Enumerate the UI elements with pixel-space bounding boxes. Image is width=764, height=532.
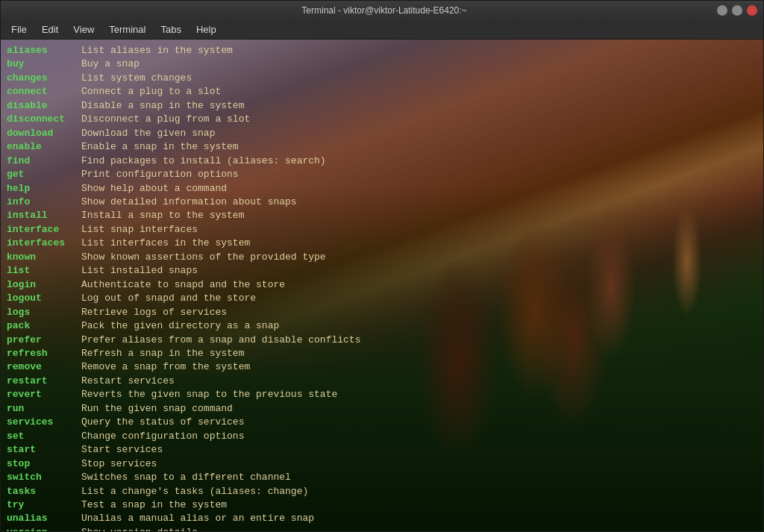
command-desc: Test a snap in the system	[81, 498, 227, 512]
terminal-command-row: runRun the given snap command	[7, 402, 757, 416]
command-desc: Print configuration options	[81, 168, 239, 181]
command-name: logout	[7, 292, 81, 305]
command-name: version	[7, 526, 81, 531]
command-desc: Show known assertions of the provided ty…	[81, 251, 326, 264]
command-desc: Enable a snap in the system	[81, 140, 239, 154]
command-desc: Restart services	[81, 375, 175, 388]
command-name: restart	[7, 375, 81, 388]
terminal-command-row: aliasesList aliases in the system	[7, 44, 757, 57]
command-name: list	[7, 264, 81, 278]
command-desc: Show version details	[81, 526, 198, 531]
command-desc: Authenticate to snapd and the store	[81, 278, 285, 292]
terminal-command-row: switchSwitches snap to a different chann…	[7, 471, 757, 484]
command-desc: List system changes	[81, 72, 192, 85]
command-desc: Prefer aliases from a snap and disable c…	[81, 334, 360, 347]
terminal-command-row: revertReverts the given snap to the prev…	[7, 388, 757, 401]
maximize-button[interactable]	[732, 5, 742, 16]
command-name: tasks	[7, 485, 81, 498]
terminal-command-row: enableEnable a snap in the system	[7, 140, 757, 154]
terminal-text-area: aliasesList aliases in the systembuyBuy …	[1, 40, 763, 531]
terminal-command-row: getPrint configuration options	[7, 168, 757, 181]
terminal-command-row: servicesQuery the status of services	[7, 416, 757, 429]
terminal-window: Terminal - viktor@viktor-Latitude-E6420:…	[0, 0, 764, 532]
command-name: download	[7, 127, 81, 140]
command-desc: Stop services	[81, 457, 157, 471]
menu-file[interactable]: File	[4, 22, 34, 37]
command-name: interface	[7, 223, 81, 237]
command-name: aliases	[7, 44, 81, 57]
terminal-command-row: preferPrefer aliases from a snap and dis…	[7, 334, 757, 347]
terminal-command-row: logoutLog out of snapd and the store	[7, 292, 757, 305]
terminal-command-row: disableDisable a snap in the system	[7, 99, 757, 113]
terminal-command-row: interfacesList interfaces in the system	[7, 237, 757, 250]
menu-help[interactable]: Help	[189, 22, 224, 37]
terminal-command-row: startStart services	[7, 443, 757, 457]
command-desc: Retrieve logs of services	[81, 306, 227, 319]
terminal-command-row: refreshRefresh a snap in the system	[7, 347, 757, 360]
command-name: pack	[7, 319, 81, 333]
terminal-command-row: downloadDownload the given snap	[7, 127, 757, 140]
command-name: revert	[7, 388, 81, 401]
terminal-command-row: changesList system changes	[7, 72, 757, 85]
command-desc: Remove a snap from the system	[81, 360, 250, 374]
command-name: install	[7, 209, 81, 222]
command-name: disable	[7, 99, 81, 113]
command-name: enable	[7, 140, 81, 154]
command-name: get	[7, 168, 81, 181]
command-name: logs	[7, 306, 81, 319]
close-button[interactable]	[747, 5, 757, 16]
command-desc: Disable a snap in the system	[81, 99, 244, 113]
command-name: try	[7, 498, 81, 512]
terminal-command-row: restartRestart services	[7, 375, 757, 388]
terminal-command-row: helpShow help about a command	[7, 182, 757, 195]
menu-edit[interactable]: Edit	[34, 22, 66, 37]
command-desc: Refresh a snap in the system	[81, 347, 244, 360]
command-desc: Query the status of services	[81, 416, 244, 429]
command-name: unalias	[7, 512, 81, 525]
command-desc: Connect a plug to a slot	[81, 85, 221, 98]
menu-terminal[interactable]: Terminal	[101, 22, 153, 37]
terminal-command-row: disconnectDisconnect a plug from a slot	[7, 113, 757, 126]
command-name: start	[7, 443, 81, 457]
command-desc: Run the given snap command	[81, 402, 233, 416]
command-desc: Show detailed information about snaps	[81, 195, 297, 209]
command-name: stop	[7, 457, 81, 471]
terminal-command-row: tasksList a change's tasks (aliases: cha…	[7, 485, 757, 498]
terminal-command-row: listList installed snaps	[7, 264, 757, 278]
command-desc: Log out of snapd and the store	[81, 292, 256, 305]
command-desc: Buy a snap	[81, 57, 140, 71]
command-name: run	[7, 402, 81, 416]
command-desc: List snap interfaces	[81, 223, 198, 237]
command-name: services	[7, 416, 81, 429]
command-name: known	[7, 251, 81, 264]
command-desc: Pack the given directory as a snap	[81, 319, 279, 333]
window-controls	[717, 5, 757, 16]
terminal-content[interactable]: aliasesList aliases in the systembuyBuy …	[1, 40, 763, 531]
terminal-command-row: unaliasUnalias a manual alias or an enti…	[7, 512, 757, 525]
minimize-button[interactable]	[717, 5, 727, 16]
menu-view[interactable]: View	[66, 22, 101, 37]
title-bar: Terminal - viktor@viktor-Latitude-E6420:…	[1, 1, 763, 20]
command-name: switch	[7, 471, 81, 484]
command-desc: Install a snap to the system	[81, 209, 244, 222]
command-name: set	[7, 430, 81, 443]
command-name: connect	[7, 85, 81, 98]
command-desc: List a change's tasks (aliases: change)	[81, 485, 308, 498]
terminal-command-row: findFind packages to install (aliases: s…	[7, 154, 757, 168]
terminal-command-row: installInstall a snap to the system	[7, 209, 757, 222]
terminal-command-row: tryTest a snap in the system	[7, 498, 757, 512]
terminal-command-row: setChange configuration options	[7, 430, 757, 443]
menu-tabs[interactable]: Tabs	[153, 22, 188, 37]
command-name: changes	[7, 72, 81, 85]
command-name: find	[7, 154, 81, 168]
terminal-command-row: packPack the given directory as a snap	[7, 319, 757, 333]
command-desc: Find packages to install (aliases: searc…	[81, 154, 326, 168]
command-desc: List interfaces in the system	[81, 237, 250, 250]
command-name: refresh	[7, 347, 81, 360]
command-desc: List installed snaps	[81, 264, 198, 278]
command-desc: Switches snap to a different channel	[81, 471, 291, 484]
window-title: Terminal - viktor@viktor-Latitude-E6420:…	[301, 5, 466, 16]
command-name: login	[7, 278, 81, 292]
command-name: interfaces	[7, 237, 81, 250]
terminal-command-row: infoShow detailed information about snap…	[7, 195, 757, 209]
